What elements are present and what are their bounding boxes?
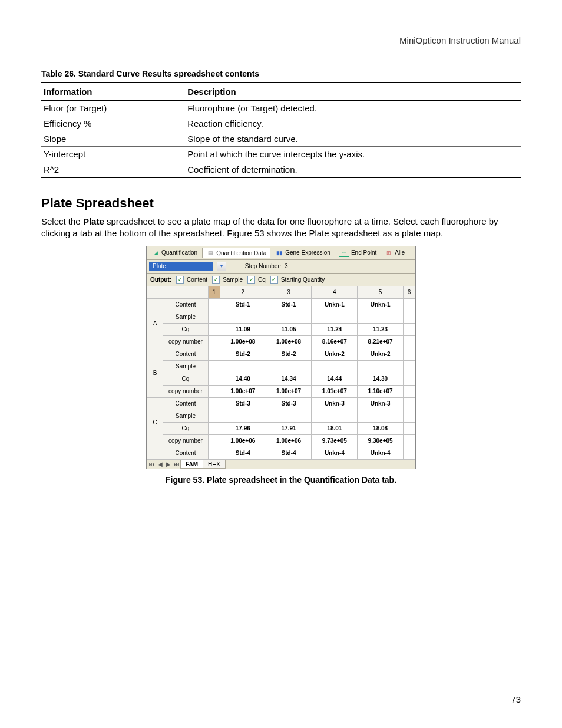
dropdown-arrow-icon[interactable]: ▾ [217, 262, 226, 271]
cell[interactable]: 14.40 [220, 373, 266, 385]
col-header[interactable]: 2 [220, 286, 266, 298]
cell[interactable]: Std-1 [266, 298, 312, 311]
cell[interactable]: Unkn-4 [358, 447, 404, 459]
cell[interactable]: 9.30e+05 [358, 434, 404, 447]
col-header[interactable]: 5 [358, 286, 404, 298]
col-header[interactable]: 4 [312, 286, 358, 298]
check-starting-quantity[interactable]: ✓Starting Quantity [270, 276, 325, 284]
cell[interactable] [220, 311, 266, 323]
cell[interactable]: 1.00e+06 [220, 434, 266, 447]
cell[interactable] [209, 410, 220, 422]
sheet-tab-fam[interactable]: FAM [180, 460, 203, 469]
cell[interactable] [404, 385, 415, 397]
cell[interactable]: 11.24 [312, 323, 358, 335]
cell[interactable]: 9.73e+05 [312, 434, 358, 447]
check-content[interactable]: ✓Content [176, 276, 207, 284]
cell[interactable] [358, 311, 404, 323]
col-header[interactable]: 1 [209, 286, 220, 298]
cell[interactable] [404, 447, 415, 459]
cell[interactable]: Unkn-2 [312, 348, 358, 360]
cell[interactable] [209, 348, 220, 360]
prev-sheet-icon[interactable]: ◀ [156, 461, 164, 467]
cell[interactable]: Unkn-3 [358, 397, 404, 410]
cell[interactable] [266, 410, 312, 422]
cell[interactable] [404, 311, 415, 323]
cell[interactable] [209, 298, 220, 311]
cell[interactable]: 1.00e+06 [266, 434, 312, 447]
cell[interactable]: 1.00e+07 [266, 385, 312, 397]
cell[interactable]: 11.09 [220, 323, 266, 335]
row-header[interactable] [147, 447, 163, 459]
cell[interactable] [209, 311, 220, 323]
last-sheet-icon[interactable]: ⏭ [173, 461, 181, 467]
cell[interactable]: Std-1 [220, 298, 266, 311]
cell[interactable]: 14.34 [266, 373, 312, 385]
cell[interactable] [220, 360, 266, 373]
cell[interactable]: 11.23 [358, 323, 404, 335]
cell[interactable] [209, 335, 220, 348]
cell[interactable]: 18.08 [358, 422, 404, 434]
cell[interactable]: 1.00e+08 [220, 335, 266, 348]
cell[interactable] [312, 360, 358, 373]
row-header[interactable]: C [147, 397, 163, 447]
row-header[interactable]: A [147, 298, 163, 348]
cell[interactable]: 14.44 [312, 373, 358, 385]
cell[interactable] [209, 434, 220, 447]
cell[interactable]: 8.21e+07 [358, 335, 404, 348]
cell[interactable] [209, 385, 220, 397]
cell[interactable] [209, 447, 220, 459]
cell[interactable]: 14.30 [358, 373, 404, 385]
cell[interactable]: Unkn-1 [358, 298, 404, 311]
cell[interactable] [404, 298, 415, 311]
cell[interactable]: Std-3 [266, 397, 312, 410]
cell[interactable] [404, 323, 415, 335]
tab-alle[interactable]: ⊞Alle [381, 248, 408, 258]
cell[interactable]: Unkn-3 [312, 397, 358, 410]
cell[interactable] [209, 422, 220, 434]
cell[interactable] [220, 410, 266, 422]
cell[interactable]: Std-2 [266, 348, 312, 360]
cell[interactable] [312, 410, 358, 422]
cell[interactable]: 17.96 [220, 422, 266, 434]
col-header[interactable]: 6 [404, 286, 415, 298]
cell[interactable]: 8.16e+07 [312, 335, 358, 348]
cell[interactable] [209, 373, 220, 385]
cell[interactable]: Std-2 [220, 348, 266, 360]
tab-end-point[interactable]: •••End Point [335, 248, 380, 258]
cell[interactable]: 1.00e+07 [220, 385, 266, 397]
check-sample[interactable]: ✓Sample [212, 276, 243, 284]
cell[interactable]: Unkn-4 [312, 447, 358, 459]
row-header[interactable]: B [147, 348, 163, 397]
cell[interactable] [404, 410, 415, 422]
cell[interactable] [404, 434, 415, 447]
cell[interactable]: Std-4 [220, 447, 266, 459]
cell[interactable] [404, 373, 415, 385]
cell[interactable] [404, 348, 415, 360]
cell[interactable] [209, 397, 220, 410]
tab-gene-expression[interactable]: ▮▮Gene Expression [272, 248, 334, 258]
cell[interactable] [209, 323, 220, 335]
cell[interactable] [358, 360, 404, 373]
cell[interactable] [209, 360, 220, 373]
check-cq[interactable]: ✓Cq [247, 276, 266, 284]
cell[interactable]: 1.00e+08 [266, 335, 312, 348]
cell[interactable]: Std-4 [266, 447, 312, 459]
cell[interactable] [312, 311, 358, 323]
tab-quantification-data[interactable]: ▤Quantification Data [202, 248, 270, 258]
next-sheet-icon[interactable]: ▶ [164, 461, 173, 467]
cell[interactable]: Unkn-1 [312, 298, 358, 311]
cell[interactable] [404, 397, 415, 410]
cell[interactable]: Std-3 [220, 397, 266, 410]
col-header[interactable]: 3 [266, 286, 312, 298]
sheet-tab-hex[interactable]: HEX [203, 460, 226, 469]
cell[interactable] [404, 360, 415, 373]
cell[interactable]: 17.91 [266, 422, 312, 434]
cell[interactable] [358, 410, 404, 422]
cell[interactable]: 18.01 [312, 422, 358, 434]
plate-select[interactable]: Plate [149, 262, 213, 271]
cell[interactable]: 1.01e+07 [312, 385, 358, 397]
cell[interactable]: 1.10e+07 [358, 385, 404, 397]
cell[interactable]: Unkn-2 [358, 348, 404, 360]
tab-quantification[interactable]: ◢Quantification [148, 248, 201, 258]
cell[interactable] [266, 360, 312, 373]
